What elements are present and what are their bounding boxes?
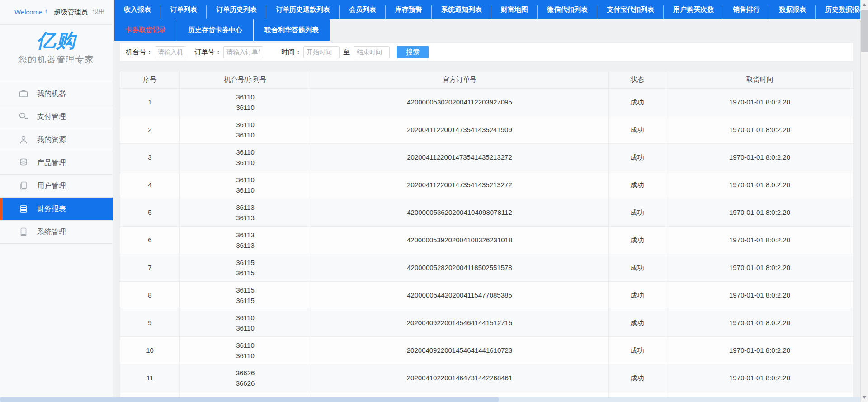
cell-order: 4200000539202004100326231018 [311,227,609,254]
col-header-machine: 机台号/序列号 [180,71,311,89]
cell-machine: 36110 36110 [180,337,311,364]
cell-index: 1 [120,89,180,116]
logout-link[interactable]: 退出 [92,8,105,16]
cell-time: 1970-01-01 8:0:2.20 [666,171,854,199]
cell-index: 11 [120,364,180,392]
time-to-label: 至 [343,48,350,57]
sidebar-menu-item[interactable]: 系统管理 [0,221,113,244]
scroll-down-arrow-icon[interactable] [863,396,866,399]
top-nav-tab[interactable]: 会员列表 [340,0,386,19]
welcome-text: Welcome！ [14,8,49,17]
menu-item-label: 财务报表 [37,204,66,214]
sub-tab[interactable]: 卡券取货记录 [114,19,177,41]
machine-icon [18,88,29,99]
top-nav-tab[interactable]: 订单历史退款列表 [266,0,340,19]
cell-index: 9 [120,309,180,337]
cell-time: 1970-01-01 8:0:2.20 [666,254,854,282]
top-nav-tab[interactable]: 销售排行 [723,0,769,19]
sub-tab[interactable]: 历史存货卡券中心 [177,19,254,41]
table-row: 10 36110 36110 2020040922001454641441610… [120,337,854,364]
table-row: 1 36110 36110 42000005302020041122039270… [120,89,854,116]
current-user: 超级管理员 [54,8,88,17]
table-row: 2 36110 36110 20200411220014735414352419… [120,116,854,144]
top-nav-tab[interactable]: 微信代扣列表 [538,0,597,19]
vertical-scrollbar-thumb[interactable] [861,10,868,52]
cell-status: 成功 [609,116,666,144]
logo-area: 亿购 您的机器管理专家 [0,25,113,75]
table-row: 3 36110 36110 20200411220014735414352132… [120,144,854,171]
sidebar-menu-item[interactable]: 我的资源 [0,128,113,151]
cell-time: 1970-01-01 8:0:2.20 [666,199,854,227]
horizontal-scrollbar-thumb[interactable] [0,397,499,402]
table-row: 8 36115 36115 42000005442020041154770853… [120,282,854,309]
sub-tab[interactable]: 联合利华答题列表 [254,19,330,41]
cell-machine: 36110 36110 [180,116,311,144]
top-nav-tab[interactable]: 库存预警 [386,0,432,19]
cell-time: 1970-01-01 8:0:2.20 [666,282,854,309]
top-nav-tab[interactable]: 财富地图 [491,0,538,19]
scroll-up-arrow-icon[interactable] [863,3,866,6]
machine-no-input[interactable] [155,46,186,58]
cell-time: 1970-01-01 8:0:2.20 [666,364,854,392]
cell-machine: 36110 36110 [180,89,311,116]
sidebar-header: Welcome！ 超级管理员 退出 [0,0,113,25]
cell-status: 成功 [609,227,666,254]
cell-order: 4200000536202004104098078112 [311,199,609,227]
top-nav-tab[interactable]: 数据报表 [769,0,816,19]
sidebar: Welcome！ 超级管理员 退出 亿购 您的机器管理专家 我的机器 支付管理 … [0,0,113,402]
records-table-panel: 序号 机台号/序列号 官方订单号 状态 取货时间 1 36110 36110 4… [120,71,853,402]
cell-time: 1970-01-01 8:0:2.20 [666,337,854,364]
top-nav-tab[interactable]: 用户购买次数 [664,0,723,19]
main-area: 收入报表 订单列表 订单历史列表 订单历史退款列表 会员列表 库存预警 系统通知… [114,0,860,402]
cell-order: 2020041122001473541435213272 [311,144,609,171]
search-panel: 机台号： 订单号： 时间： 至 搜索 [120,42,853,62]
menu-item-label: 用户管理 [37,181,66,191]
col-header-status: 状态 [609,71,666,89]
cell-machine: 36115 36115 [180,254,311,282]
cell-machine: 36110 36110 [180,144,311,171]
cell-machine: 36113 36113 [180,227,311,254]
end-time-input[interactable] [354,46,390,58]
col-header-index: 序号 [120,71,180,89]
cell-time: 1970-01-01 8:0:2.20 [666,89,854,116]
order-no-input[interactable] [223,46,263,58]
vertical-scrollbar[interactable] [860,0,868,402]
cell-index: 8 [120,282,180,309]
table-row: 6 36113 36113 42000005392020041003262310… [120,227,854,254]
cell-order: 2020041122001473541435213272 [311,171,609,199]
menu-item-label: 支付管理 [37,112,66,122]
top-nav-tab[interactable]: 订单列表 [160,0,207,19]
brand-slogan: 您的机器管理专家 [0,54,113,66]
cell-index: 10 [120,337,180,364]
records-table: 序号 机台号/序列号 官方订单号 状态 取货时间 1 36110 36110 4… [120,71,854,402]
col-header-order: 官方订单号 [311,71,609,89]
sidebar-menu-item[interactable]: 财务报表 [0,198,113,221]
menu-item-label: 系统管理 [37,227,66,237]
sidebar-menu-item[interactable]: 产品管理 [0,151,113,175]
menu-item-label: 我的资源 [37,135,66,145]
cell-machine: 36115 36115 [180,282,311,309]
search-button[interactable]: 搜索 [397,46,429,58]
cell-machine: 36110 36110 [180,171,311,199]
top-nav-tab[interactable]: 收入报表 [114,0,160,19]
top-nav-tab[interactable]: 订单历史列表 [207,0,266,19]
sidebar-menu-item[interactable]: 我的机器 [0,82,113,105]
cell-order: 2020040922001454641441610723 [311,337,609,364]
cell-order: 2020041022001464731442268461 [311,364,609,392]
start-time-input[interactable] [303,46,340,58]
sidebar-menu-item[interactable]: 用户管理 [0,175,113,198]
sidebar-menu-item[interactable]: 支付管理 [0,105,113,128]
doc-icon [18,227,29,237]
cell-index: 4 [120,171,180,199]
menu-item-label: 我的机器 [37,89,66,99]
cell-time: 1970-01-01 8:0:2.20 [666,144,854,171]
sub-tab-label: 历史存货卡券中心 [188,26,242,34]
copy-icon [18,180,29,191]
cell-status: 成功 [609,254,666,282]
horizontal-scrollbar[interactable] [0,397,860,402]
top-nav-tab[interactable]: 支付宝代扣列表 [597,0,664,19]
cell-status: 成功 [609,199,666,227]
cell-status: 成功 [609,337,666,364]
cell-index: 5 [120,199,180,227]
top-nav-tab[interactable]: 系统通知列表 [432,0,491,19]
